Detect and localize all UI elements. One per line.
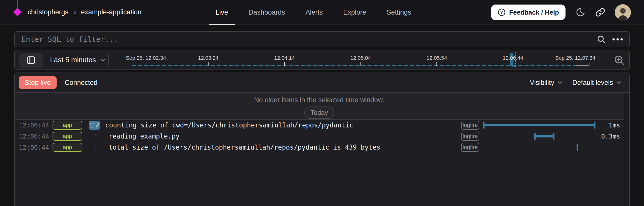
main-tabs: Live Dashboards Alerts Explore Settings xyxy=(209,0,411,25)
breadcrumb-project[interactable]: example-application xyxy=(81,8,141,16)
question-circle-icon: ? xyxy=(498,8,506,16)
log-feed: No older items in the selected time wind… xyxy=(15,93,629,206)
log-message: total size of /Users/christophersamiulla… xyxy=(109,144,380,151)
sidebar-toggle-icon xyxy=(26,55,36,65)
divider xyxy=(108,53,109,66)
breadcrumb: christophergs example-application xyxy=(28,8,141,16)
tab-explore[interactable]: Explore xyxy=(343,0,366,25)
log-time: 12:06:44 xyxy=(19,122,47,129)
timeline-tick-label: 12:04:14 xyxy=(274,55,295,61)
duration-label: 1ms xyxy=(609,122,620,129)
child-marker xyxy=(99,145,103,150)
time-range-bar: Last 5 minutes Sep 25, 12:02:3412:03:241… xyxy=(14,50,630,70)
timeline-tick-mark xyxy=(589,62,589,66)
sql-filter-input[interactable] xyxy=(15,32,596,47)
search-icon xyxy=(596,35,606,44)
sidebar-toggle-button[interactable] xyxy=(19,53,43,68)
log-message: counting size of cwd=/Users/christophers… xyxy=(105,121,353,129)
scope-badge[interactable]: logfire xyxy=(461,143,479,152)
tab-live[interactable]: Live xyxy=(216,0,228,25)
scope-badge[interactable]: logfire xyxy=(461,132,479,141)
navbar-actions: ? Feedback / Help xyxy=(491,0,631,25)
span-duration-bar[interactable] xyxy=(483,124,595,126)
span-track xyxy=(483,120,624,131)
timeline-tick-label: 12:05:04 xyxy=(350,55,371,61)
collapse-toggle[interactable]: 2 xyxy=(89,121,100,130)
logfire-logo[interactable] xyxy=(14,0,21,25)
timeline-tick-label: Sep 25, 12:07:34 xyxy=(555,55,595,61)
feed-rows: 12:06:44 app 2 counting size of cwd=/Use… xyxy=(15,120,624,206)
timeline-tick-label: 12:03:24 xyxy=(198,55,219,61)
service-badge[interactable]: app xyxy=(53,143,82,152)
default-levels-dropdown[interactable]: Default levels xyxy=(572,79,622,87)
log-message: reading example.py xyxy=(109,132,180,140)
zoom-in-icon xyxy=(614,54,625,66)
service-badge[interactable]: app xyxy=(53,121,82,130)
theme-toggle-button[interactable] xyxy=(575,7,586,18)
duration-label: 0.3ms xyxy=(601,133,620,140)
timeline-tick-mark xyxy=(208,62,209,66)
log-time: 12:06:44 xyxy=(19,133,47,140)
tab-settings[interactable]: Settings xyxy=(387,0,411,25)
timeline-tick-mark xyxy=(436,62,437,66)
top-navbar: christophergs example-application Live D… xyxy=(0,0,644,25)
timeline[interactable]: Sep 25, 12:02:3412:03:2412:04:1412:05:04… xyxy=(132,50,589,70)
span-duration-bar[interactable] xyxy=(534,135,554,138)
feed-options: Visibility Default levels xyxy=(530,79,622,87)
service-badge[interactable]: app xyxy=(53,132,82,141)
tab-dashboards[interactable]: Dashboards xyxy=(249,0,285,25)
feedback-help-button[interactable]: ? Feedback / Help xyxy=(491,5,566,20)
user-avatar[interactable] xyxy=(615,4,631,20)
scope-badge[interactable]: logfire xyxy=(461,121,479,130)
logfire-diamond-icon xyxy=(13,8,22,16)
timeline-end-connector xyxy=(576,65,589,66)
log-row[interactable]: 12:06:44 app 2 counting size of cwd=/Use… xyxy=(15,120,624,131)
timeline-tick-label: Sep 25, 12:02:34 xyxy=(126,55,166,61)
timeline-activity-line xyxy=(132,65,576,66)
timeline-selection-box xyxy=(512,52,516,67)
minus-square-icon xyxy=(90,123,95,128)
chevron-down-icon xyxy=(99,56,106,63)
log-time: 12:06:44 xyxy=(19,144,47,151)
log-row[interactable]: 12:06:44 app total size of /Users/christ… xyxy=(15,142,624,153)
time-range-label: Last 5 minutes xyxy=(50,56,96,64)
timeline-tick-mark xyxy=(284,62,285,66)
timeline-tick-label: 12:05:54 xyxy=(426,55,447,61)
time-range-select[interactable]: Last 5 minutes xyxy=(50,50,106,70)
collapse-count: 2 xyxy=(96,122,99,129)
svg-text:?: ? xyxy=(500,10,503,15)
empty-window-notice: No older items in the selected time wind… xyxy=(15,93,624,104)
span-duration-bar[interactable] xyxy=(577,144,578,151)
ellipsis-icon xyxy=(612,38,623,41)
span-track xyxy=(483,142,624,153)
timeline-tick-mark xyxy=(132,62,132,66)
live-controls-bar: Stop live Connected Visibility Default l… xyxy=(15,73,629,93)
breadcrumb-org[interactable]: christophergs xyxy=(28,8,68,16)
chevron-down-icon xyxy=(557,79,563,86)
filter-more-button[interactable] xyxy=(612,38,623,41)
default-levels-label: Default levels xyxy=(572,79,613,87)
search-button[interactable] xyxy=(596,35,606,44)
timeline-zoom-button[interactable] xyxy=(613,53,626,67)
timeline-tick-mark xyxy=(360,62,361,66)
child-marker xyxy=(99,134,103,139)
visibility-dropdown[interactable]: Visibility xyxy=(530,79,563,87)
visibility-label: Visibility xyxy=(530,79,554,87)
link-icon xyxy=(595,7,605,17)
feed-header: No older items in the selected time wind… xyxy=(15,93,624,120)
feedback-help-label: Feedback / Help xyxy=(509,9,559,16)
copy-link-button[interactable] xyxy=(595,7,605,17)
log-row[interactable]: 12:06:44 app reading example.py logfire … xyxy=(15,131,624,142)
moon-icon xyxy=(575,7,586,18)
breadcrumb-separator-icon xyxy=(72,10,77,15)
today-button[interactable]: Today xyxy=(304,107,334,119)
live-feed-panel: Stop live Connected Visibility Default l… xyxy=(14,73,630,206)
scrollbar-gutter[interactable] xyxy=(624,93,629,206)
connection-status: Connected xyxy=(65,79,98,87)
sql-filter-bar xyxy=(14,31,630,47)
logo-stem xyxy=(17,0,18,8)
tab-alerts[interactable]: Alerts xyxy=(305,0,323,25)
stop-live-button[interactable]: Stop live xyxy=(19,76,57,89)
chevron-down-icon xyxy=(616,79,622,86)
